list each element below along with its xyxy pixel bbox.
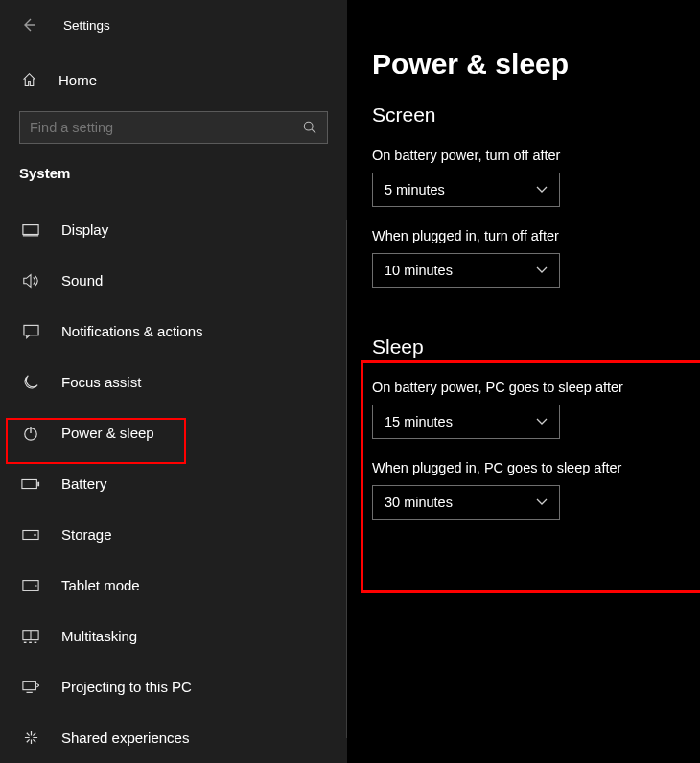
screen-plugged-row: When plugged in, turn off after 10 minut… [372,228,675,288]
sound-icon [21,273,40,289]
nav-item-sound[interactable]: Sound [0,255,347,306]
storage-icon [21,529,40,541]
nav-item-projecting[interactable]: Projecting to this PC [0,661,347,712]
nav-item-storage[interactable]: Storage [0,509,347,560]
sleep-plugged-dropdown[interactable]: 30 minutes [372,485,560,520]
nav-label: Battery [61,475,107,492]
nav-item-multitasking[interactable]: Multitasking [0,611,347,661]
dropdown-value: 30 minutes [385,495,453,510]
sleep-battery-dropdown[interactable]: 15 minutes [372,405,560,439]
nav-item-tablet-mode[interactable]: Tablet mode [0,560,347,611]
nav-label: Notifications & actions [61,323,203,339]
dropdown-value: 15 minutes [385,414,453,429]
svg-rect-8 [37,481,39,486]
sleep-battery-row: On battery power, PC goes to sleep after… [372,380,675,439]
display-icon [21,223,40,237]
nav-label: Power & sleep [61,425,154,441]
search-input[interactable] [19,111,328,144]
home-icon [21,72,37,88]
svg-point-10 [34,533,35,535]
home-nav[interactable]: Home [0,69,347,90]
content-pane: Power & sleep Screen On battery power, t… [347,0,700,763]
sleep-plugged-label: When plugged in, PC goes to sleep after [372,460,675,475]
nav-item-shared-experiences[interactable]: Shared experiences [0,712,347,763]
nav-label: Shared experiences [61,729,189,746]
dropdown-value: 10 minutes [385,263,453,278]
screen-plugged-label: When plugged in, turn off after [372,228,675,243]
title-bar: Settings [0,12,347,38]
screen-battery-dropdown[interactable]: 5 minutes [372,173,560,207]
projecting-icon [21,680,40,694]
nav-label: Multitasking [61,628,137,644]
shared-icon [21,729,40,746]
nav-label: Tablet mode [61,577,140,593]
nav-item-focus-assist[interactable]: Focus assist [0,357,347,407]
svg-rect-18 [23,682,36,690]
svg-line-1 [312,129,315,133]
search-wrap [0,111,347,144]
nav-list: Display Sound Notifications & actions Fo… [0,204,347,763]
screen-battery-row: On battery power, turn off after 5 minut… [372,148,675,207]
power-icon [21,426,40,441]
multitasking-icon [21,629,40,644]
focus-assist-icon [21,375,40,390]
nav-label: Projecting to this PC [61,679,192,695]
nav-label: Focus assist [61,374,141,390]
nav-item-battery[interactable]: Battery [0,458,347,509]
svg-point-12 [35,585,37,587]
back-arrow-icon[interactable] [21,17,36,33]
nav-item-notifications[interactable]: Notifications & actions [0,306,347,357]
section-label: System [0,165,347,181]
chevron-down-icon [536,186,548,194]
screen-battery-label: On battery power, turn off after [372,148,675,163]
sleep-battery-label: On battery power, PC goes to sleep after [372,380,675,395]
svg-rect-2 [23,224,38,234]
tablet-icon [21,579,40,592]
sidebar: Settings Home System Display Sound [0,0,347,763]
nav-label: Sound [61,272,103,289]
svg-rect-4 [23,325,37,335]
notifications-icon [21,324,40,339]
sleep-plugged-row: When plugged in, PC goes to sleep after … [372,460,675,520]
sleep-section-heading: Sleep [372,335,675,358]
nav-item-display[interactable]: Display [0,204,347,255]
chevron-down-icon [536,418,548,426]
svg-point-0 [304,122,313,130]
dropdown-value: 5 minutes [385,182,445,197]
battery-icon [21,478,40,490]
search-icon [303,121,316,134]
nav-item-power-sleep[interactable]: Power & sleep [0,407,347,458]
svg-rect-7 [22,479,36,488]
app-title: Settings [63,18,110,33]
nav-label: Storage [61,526,112,543]
page-title: Power & sleep [372,48,675,81]
chevron-down-icon [536,266,548,274]
screen-section-heading: Screen [372,104,675,127]
screen-plugged-dropdown[interactable]: 10 minutes [372,253,560,288]
nav-label: Display [61,221,108,238]
home-label: Home [58,72,97,88]
chevron-down-icon [536,498,548,506]
